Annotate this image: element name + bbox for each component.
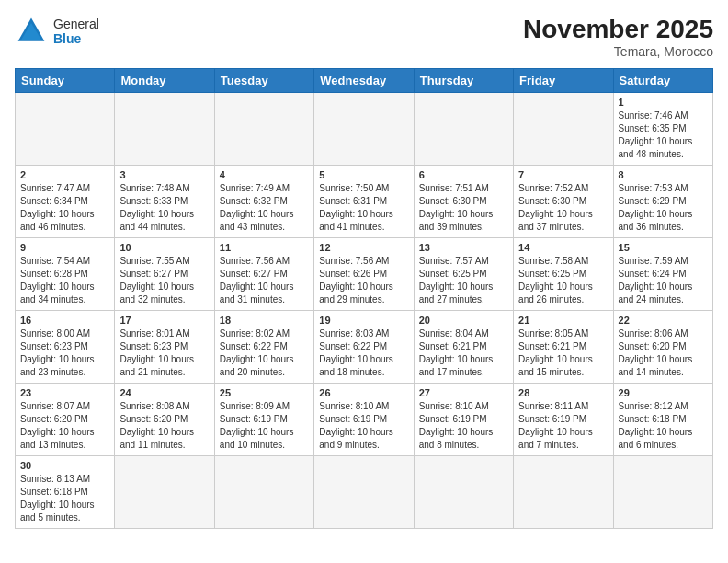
day-number: 30	[20, 460, 109, 471]
day-cell: 10Sunrise: 7:55 AM Sunset: 6:27 PM Dayli…	[115, 238, 214, 311]
day-cell	[16, 93, 115, 166]
day-number: 1	[619, 97, 708, 108]
day-info: Sunrise: 8:12 AM Sunset: 6:18 PM Dayligh…	[619, 400, 708, 452]
day-cell: 2Sunrise: 7:47 AM Sunset: 6:34 PM Daylig…	[16, 166, 115, 238]
day-cell: 1Sunrise: 7:46 AM Sunset: 6:35 PM Daylig…	[613, 93, 712, 166]
day-info: Sunrise: 7:53 AM Sunset: 6:29 PM Dayligh…	[619, 182, 708, 234]
logo: General Blue	[15, 15, 99, 48]
day-number: 14	[518, 242, 608, 253]
day-info: Sunrise: 8:04 AM Sunset: 6:21 PM Dayligh…	[419, 327, 508, 379]
day-cell	[314, 93, 414, 166]
day-cell: 16Sunrise: 8:00 AM Sunset: 6:23 PM Dayli…	[16, 311, 115, 384]
day-number: 18	[220, 315, 309, 326]
col-header-friday: Friday	[514, 69, 613, 93]
day-number: 27	[419, 387, 508, 398]
day-cell: 28Sunrise: 8:11 AM Sunset: 6:19 PM Dayli…	[514, 384, 613, 456]
day-cell: 3Sunrise: 7:48 AM Sunset: 6:33 PM Daylig…	[115, 166, 214, 238]
day-info: Sunrise: 7:57 AM Sunset: 6:25 PM Dayligh…	[419, 255, 508, 306]
day-cell: 18Sunrise: 8:02 AM Sunset: 6:22 PM Dayli…	[214, 311, 313, 384]
col-header-wednesday: Wednesday	[314, 69, 414, 93]
day-info: Sunrise: 7:52 AM Sunset: 6:30 PM Dayligh…	[518, 182, 608, 234]
day-cell: 17Sunrise: 8:01 AM Sunset: 6:23 PM Dayli…	[115, 311, 214, 384]
day-cell: 13Sunrise: 7:57 AM Sunset: 6:25 PM Dayli…	[414, 238, 513, 311]
day-info: Sunrise: 8:05 AM Sunset: 6:21 PM Dayligh…	[518, 327, 608, 379]
day-cell: 8Sunrise: 7:53 AM Sunset: 6:29 PM Daylig…	[613, 166, 712, 238]
day-cell: 22Sunrise: 8:06 AM Sunset: 6:20 PM Dayli…	[613, 311, 712, 384]
day-cell: 7Sunrise: 7:52 AM Sunset: 6:30 PM Daylig…	[514, 166, 613, 238]
day-info: Sunrise: 8:08 AM Sunset: 6:20 PM Dayligh…	[119, 400, 209, 452]
day-number: 21	[518, 315, 608, 326]
month-title: November 2025	[523, 15, 713, 44]
page-header: General Blue November 2025 Temara, Moroc…	[15, 15, 713, 59]
day-cell	[214, 93, 313, 166]
day-number: 7	[518, 169, 608, 180]
day-number: 13	[419, 242, 508, 253]
day-number: 2	[20, 169, 109, 180]
day-cell	[414, 456, 513, 529]
day-number: 26	[319, 387, 408, 398]
col-header-sunday: Sunday	[16, 69, 115, 93]
day-cell	[514, 456, 613, 529]
day-info: Sunrise: 7:47 AM Sunset: 6:34 PM Dayligh…	[20, 182, 109, 234]
location: Temara, Morocco	[523, 44, 713, 59]
day-cell	[214, 456, 313, 529]
day-number: 4	[220, 169, 309, 180]
week-row-2: 2Sunrise: 7:47 AM Sunset: 6:34 PM Daylig…	[16, 166, 713, 238]
day-number: 15	[619, 242, 708, 253]
week-row-3: 9Sunrise: 7:54 AM Sunset: 6:28 PM Daylig…	[16, 238, 713, 311]
day-number: 23	[20, 387, 109, 398]
day-cell	[115, 456, 214, 529]
day-info: Sunrise: 8:10 AM Sunset: 6:19 PM Dayligh…	[319, 400, 408, 452]
logo-icon	[15, 15, 48, 48]
day-number: 24	[119, 387, 209, 398]
day-info: Sunrise: 7:51 AM Sunset: 6:30 PM Dayligh…	[419, 182, 508, 234]
day-info: Sunrise: 8:02 AM Sunset: 6:22 PM Dayligh…	[220, 327, 309, 379]
col-header-monday: Monday	[115, 69, 214, 93]
day-info: Sunrise: 8:03 AM Sunset: 6:22 PM Dayligh…	[319, 327, 408, 379]
calendar-header-row: SundayMondayTuesdayWednesdayThursdayFrid…	[16, 69, 713, 93]
day-cell: 26Sunrise: 8:10 AM Sunset: 6:19 PM Dayli…	[314, 384, 414, 456]
day-cell: 4Sunrise: 7:49 AM Sunset: 6:32 PM Daylig…	[214, 166, 313, 238]
day-cell: 9Sunrise: 7:54 AM Sunset: 6:28 PM Daylig…	[16, 238, 115, 311]
day-cell: 14Sunrise: 7:58 AM Sunset: 6:25 PM Dayli…	[514, 238, 613, 311]
day-number: 22	[619, 315, 708, 326]
day-info: Sunrise: 8:00 AM Sunset: 6:23 PM Dayligh…	[20, 327, 109, 379]
day-cell: 11Sunrise: 7:56 AM Sunset: 6:27 PM Dayli…	[214, 238, 313, 311]
day-number: 25	[220, 387, 309, 398]
day-cell: 29Sunrise: 8:12 AM Sunset: 6:18 PM Dayli…	[613, 384, 712, 456]
day-cell: 12Sunrise: 7:56 AM Sunset: 6:26 PM Dayli…	[314, 238, 414, 311]
week-row-1: 1Sunrise: 7:46 AM Sunset: 6:35 PM Daylig…	[16, 93, 713, 166]
day-cell: 19Sunrise: 8:03 AM Sunset: 6:22 PM Dayli…	[314, 311, 414, 384]
logo-blue-text: Blue	[53, 31, 99, 46]
day-info: Sunrise: 7:48 AM Sunset: 6:33 PM Dayligh…	[119, 182, 209, 234]
day-number: 16	[20, 315, 109, 326]
day-number: 6	[419, 169, 508, 180]
day-info: Sunrise: 8:10 AM Sunset: 6:19 PM Dayligh…	[419, 400, 508, 452]
day-number: 12	[319, 242, 408, 253]
col-header-thursday: Thursday	[414, 69, 513, 93]
day-info: Sunrise: 7:46 AM Sunset: 6:35 PM Dayligh…	[619, 109, 708, 161]
day-cell: 30Sunrise: 8:13 AM Sunset: 6:18 PM Dayli…	[16, 456, 115, 529]
day-cell: 23Sunrise: 8:07 AM Sunset: 6:20 PM Dayli…	[16, 384, 115, 456]
day-number: 3	[119, 169, 209, 180]
day-info: Sunrise: 7:50 AM Sunset: 6:31 PM Dayligh…	[319, 182, 408, 234]
day-number: 9	[20, 242, 109, 253]
day-number: 20	[419, 315, 508, 326]
day-number: 5	[319, 169, 408, 180]
logo-text: General Blue	[53, 17, 99, 46]
day-cell: 24Sunrise: 8:08 AM Sunset: 6:20 PM Dayli…	[115, 384, 214, 456]
day-cell	[414, 93, 513, 166]
day-number: 17	[119, 315, 209, 326]
day-cell: 15Sunrise: 7:59 AM Sunset: 6:24 PM Dayli…	[613, 238, 712, 311]
day-info: Sunrise: 7:56 AM Sunset: 6:27 PM Dayligh…	[220, 255, 309, 306]
week-row-4: 16Sunrise: 8:00 AM Sunset: 6:23 PM Dayli…	[16, 311, 713, 384]
title-block: November 2025 Temara, Morocco	[523, 15, 713, 59]
day-number: 19	[319, 315, 408, 326]
col-header-saturday: Saturday	[613, 69, 712, 93]
day-cell	[514, 93, 613, 166]
day-info: Sunrise: 8:07 AM Sunset: 6:20 PM Dayligh…	[20, 400, 109, 452]
day-number: 29	[619, 387, 708, 398]
day-number: 10	[119, 242, 209, 253]
day-info: Sunrise: 8:09 AM Sunset: 6:19 PM Dayligh…	[220, 400, 309, 452]
day-info: Sunrise: 7:49 AM Sunset: 6:32 PM Dayligh…	[220, 182, 309, 234]
